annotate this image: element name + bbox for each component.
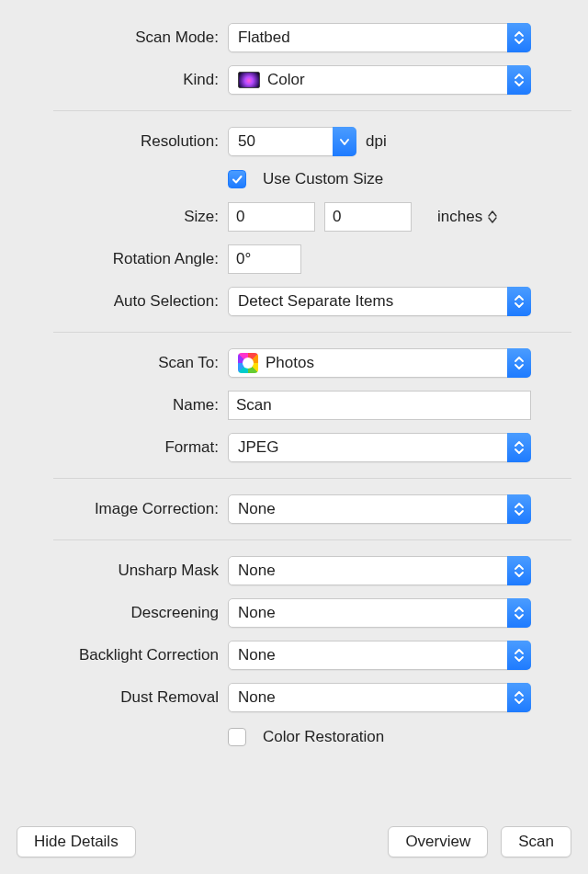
dust-label: Dust Removal [17,688,228,707]
chevron-up-down-icon [507,598,531,628]
overview-button[interactable]: Overview [388,826,488,857]
size-height-input[interactable] [324,202,412,232]
button-bar: Hide Details Overview Scan [0,815,588,874]
hide-details-button[interactable]: Hide Details [17,826,136,857]
resolution-select[interactable]: 50 [228,127,356,156]
backlight-select[interactable]: None [228,641,531,670]
chevron-up-down-icon [507,433,531,462]
chevron-up-down-icon [507,683,531,712]
image-correction-label: Image Correction: [17,500,228,518]
color-thumbnail-icon [238,72,260,88]
chevron-up-down-icon [507,494,531,524]
custom-size-checkbox[interactable] [228,170,246,188]
chevron-up-down-icon [507,348,531,378]
size-label: Size: [17,208,228,226]
scan-mode-label: Scan Mode: [17,28,228,47]
chevron-up-down-icon [507,287,531,316]
unsharp-mask-select[interactable]: None [228,556,531,585]
rotation-input[interactable] [228,244,301,274]
name-label: Name: [17,396,228,414]
scan-mode-select[interactable]: Flatbed [228,23,531,52]
unsharp-mask-label: Unsharp Mask [17,562,228,580]
descreening-select[interactable]: None [228,598,531,628]
size-unit-stepper[interactable]: inches [437,208,497,226]
color-restoration-checkbox[interactable] [228,728,246,746]
chevron-up-down-icon [507,556,531,585]
scan-button[interactable]: Scan [501,826,571,857]
scan-to-label: Scan To: [17,354,228,372]
divider [53,332,571,333]
dpi-label: dpi [366,132,387,151]
divider [53,110,571,111]
divider [53,539,571,540]
auto-selection-select[interactable]: Detect Separate Items [228,287,531,316]
resolution-label: Resolution: [17,132,228,151]
photos-app-icon [238,353,258,373]
chevron-up-down-icon [507,641,531,670]
stepper-arrows-icon [488,210,497,223]
format-select[interactable]: JPEG [228,433,531,462]
custom-size-label: Use Custom Size [263,170,383,188]
size-width-input[interactable] [228,202,315,232]
chevron-up-down-icon [507,23,531,52]
backlight-label: Backlight Correction [17,646,228,664]
color-restoration-label: Color Restoration [263,728,384,746]
format-label: Format: [17,438,228,457]
scan-settings-panel: Scan Mode: Flatbed Kind: Color [0,0,588,874]
name-input[interactable] [228,391,531,420]
kind-label: Kind: [17,71,228,89]
image-correction-select[interactable]: None [228,494,531,524]
chevron-up-down-icon [507,65,531,95]
scan-to-select[interactable]: Photos [228,348,531,378]
rotation-label: Rotation Angle: [17,250,228,268]
auto-selection-label: Auto Selection: [17,292,228,311]
divider [53,478,571,479]
chevron-down-icon [333,127,356,156]
kind-select[interactable]: Color [228,65,531,95]
dust-select[interactable]: None [228,683,531,712]
descreening-label: Descreening [17,604,228,622]
